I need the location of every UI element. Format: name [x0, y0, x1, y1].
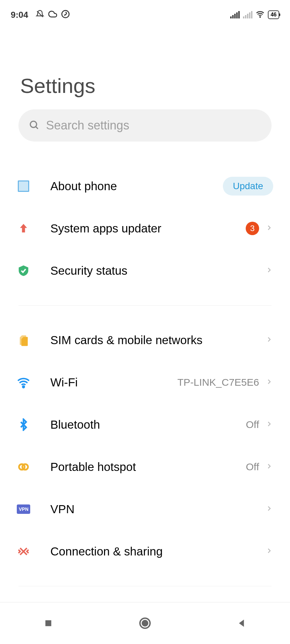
- home-button[interactable]: [115, 602, 175, 644]
- item-label: About phone: [50, 179, 223, 193]
- arrow-up-icon: [17, 222, 30, 235]
- about-phone-item[interactable]: About phone Update: [0, 165, 290, 207]
- svg-point-2: [260, 17, 260, 17]
- wifi-item[interactable]: Wi-Fi TP-LINK_C7E5E6: [0, 361, 290, 404]
- item-label: Wi-Fi: [50, 376, 178, 389]
- item-value: Off: [246, 461, 259, 473]
- system-updater-item[interactable]: System apps updater 3: [0, 207, 290, 250]
- item-value: TP-LINK_C7E5E6: [178, 377, 259, 388]
- status-bar: 9:04: [0, 0, 290, 23]
- chevron-right-icon: [265, 224, 273, 233]
- pinterest-icon: [61, 10, 70, 20]
- chevron-right-icon: [265, 420, 273, 429]
- svg-point-5: [23, 386, 25, 388]
- security-status-item[interactable]: Security status: [0, 250, 290, 292]
- wifi-status-icon: [256, 10, 264, 20]
- divider: [18, 586, 272, 586]
- item-label: Security status: [50, 264, 265, 277]
- status-time: 9:04: [11, 10, 28, 20]
- cloud-icon: [48, 10, 57, 20]
- item-label: Connection & sharing: [50, 545, 265, 558]
- wifi-icon: [17, 376, 30, 389]
- chevron-right-icon: [265, 462, 273, 472]
- item-label: Bluetooth: [50, 418, 246, 431]
- update-badge[interactable]: Update: [223, 177, 273, 196]
- back-button[interactable]: [211, 602, 272, 644]
- signal-icon: [230, 11, 240, 18]
- search-bar[interactable]: [18, 109, 272, 142]
- item-value: Off: [246, 419, 259, 430]
- search-icon: [29, 119, 39, 131]
- chevron-right-icon: [265, 504, 273, 514]
- connection-sharing-item[interactable]: Connection & sharing: [0, 530, 290, 573]
- divider: [18, 305, 272, 306]
- sim-icon: [17, 333, 30, 347]
- chevron-right-icon: [265, 335, 273, 345]
- bluetooth-icon: [17, 418, 30, 431]
- svg-line-4: [36, 126, 38, 129]
- chevron-right-icon: [265, 378, 273, 387]
- item-label: VPN: [50, 502, 265, 516]
- search-input[interactable]: [46, 118, 261, 132]
- svg-point-3: [30, 121, 37, 127]
- battery-icon: 46: [268, 10, 279, 19]
- item-label: Portable hotspot: [50, 460, 246, 474]
- navigation-bar: [0, 602, 290, 644]
- item-label: SIM cards & mobile networks: [50, 333, 265, 347]
- svg-rect-8: [45, 620, 51, 626]
- count-badge: 3: [246, 222, 259, 235]
- portable-hotspot-item[interactable]: Portable hotspot Off: [0, 446, 290, 488]
- vpn-item[interactable]: VPN VPN: [0, 488, 290, 530]
- hotspot-icon: [17, 460, 30, 474]
- bluetooth-item[interactable]: Bluetooth Off: [0, 404, 290, 446]
- chevron-right-icon: [265, 547, 273, 556]
- vpn-icon: VPN: [17, 502, 30, 516]
- page-title: Settings: [0, 23, 290, 109]
- recent-apps-button[interactable]: [18, 602, 79, 644]
- svg-point-10: [142, 620, 148, 627]
- shield-icon: [17, 264, 30, 277]
- connection-icon: [17, 545, 30, 558]
- item-label: System apps updater: [50, 222, 246, 235]
- phone-icon: [17, 179, 30, 193]
- sim-cards-item[interactable]: SIM cards & mobile networks: [0, 319, 290, 361]
- chevron-right-icon: [265, 266, 273, 275]
- signal-icon-2: [243, 11, 252, 18]
- bell-slash-icon: [36, 10, 44, 20]
